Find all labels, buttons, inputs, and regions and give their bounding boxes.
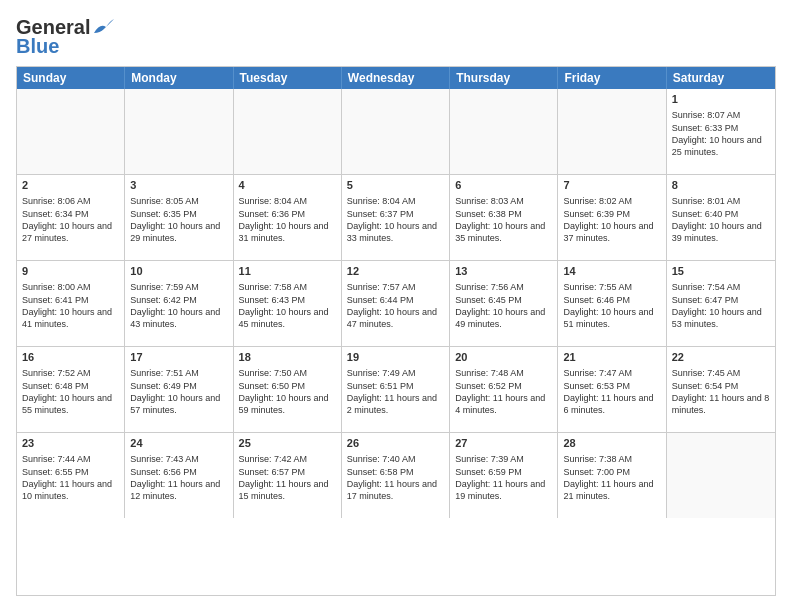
- day-info: Sunrise: 7:58 AM Sunset: 6:43 PM Dayligh…: [239, 281, 336, 330]
- day-info: Sunrise: 7:56 AM Sunset: 6:45 PM Dayligh…: [455, 281, 552, 330]
- day-number: 21: [563, 350, 660, 365]
- calendar-day-26: 26Sunrise: 7:40 AM Sunset: 6:58 PM Dayli…: [342, 433, 450, 518]
- day-info: Sunrise: 7:44 AM Sunset: 6:55 PM Dayligh…: [22, 453, 119, 502]
- day-info: Sunrise: 7:51 AM Sunset: 6:49 PM Dayligh…: [130, 367, 227, 416]
- day-info: Sunrise: 7:50 AM Sunset: 6:50 PM Dayligh…: [239, 367, 336, 416]
- calendar-day-2: 2Sunrise: 8:06 AM Sunset: 6:34 PM Daylig…: [17, 175, 125, 260]
- day-info: Sunrise: 7:57 AM Sunset: 6:44 PM Dayligh…: [347, 281, 444, 330]
- calendar-day-18: 18Sunrise: 7:50 AM Sunset: 6:50 PM Dayli…: [234, 347, 342, 432]
- day-header-tuesday: Tuesday: [234, 67, 342, 89]
- day-info: Sunrise: 8:04 AM Sunset: 6:37 PM Dayligh…: [347, 195, 444, 244]
- calendar-day-22: 22Sunrise: 7:45 AM Sunset: 6:54 PM Dayli…: [667, 347, 775, 432]
- calendar-day-3: 3Sunrise: 8:05 AM Sunset: 6:35 PM Daylig…: [125, 175, 233, 260]
- calendar-day-11: 11Sunrise: 7:58 AM Sunset: 6:43 PM Dayli…: [234, 261, 342, 346]
- calendar-day-7: 7Sunrise: 8:02 AM Sunset: 6:39 PM Daylig…: [558, 175, 666, 260]
- day-info: Sunrise: 7:47 AM Sunset: 6:53 PM Dayligh…: [563, 367, 660, 416]
- day-number: 3: [130, 178, 227, 193]
- header: General Blue: [16, 16, 776, 58]
- day-number: 10: [130, 264, 227, 279]
- day-header-monday: Monday: [125, 67, 233, 89]
- day-number: 15: [672, 264, 770, 279]
- day-number: 7: [563, 178, 660, 193]
- day-number: 6: [455, 178, 552, 193]
- calendar-empty-cell: [558, 89, 666, 174]
- day-header-thursday: Thursday: [450, 67, 558, 89]
- day-number: 14: [563, 264, 660, 279]
- calendar-day-14: 14Sunrise: 7:55 AM Sunset: 6:46 PM Dayli…: [558, 261, 666, 346]
- calendar-day-12: 12Sunrise: 7:57 AM Sunset: 6:44 PM Dayli…: [342, 261, 450, 346]
- day-header-friday: Friday: [558, 67, 666, 89]
- day-info: Sunrise: 7:39 AM Sunset: 6:59 PM Dayligh…: [455, 453, 552, 502]
- day-info: Sunrise: 7:54 AM Sunset: 6:47 PM Dayligh…: [672, 281, 770, 330]
- calendar-day-19: 19Sunrise: 7:49 AM Sunset: 6:51 PM Dayli…: [342, 347, 450, 432]
- calendar-day-4: 4Sunrise: 8:04 AM Sunset: 6:36 PM Daylig…: [234, 175, 342, 260]
- calendar-day-21: 21Sunrise: 7:47 AM Sunset: 6:53 PM Dayli…: [558, 347, 666, 432]
- calendar-day-16: 16Sunrise: 7:52 AM Sunset: 6:48 PM Dayli…: [17, 347, 125, 432]
- day-number: 17: [130, 350, 227, 365]
- calendar-week-1: 1Sunrise: 8:07 AM Sunset: 6:33 PM Daylig…: [17, 89, 775, 175]
- day-info: Sunrise: 8:07 AM Sunset: 6:33 PM Dayligh…: [672, 109, 770, 158]
- calendar: SundayMondayTuesdayWednesdayThursdayFrid…: [16, 66, 776, 596]
- calendar-day-15: 15Sunrise: 7:54 AM Sunset: 6:47 PM Dayli…: [667, 261, 775, 346]
- day-info: Sunrise: 8:03 AM Sunset: 6:38 PM Dayligh…: [455, 195, 552, 244]
- day-number: 11: [239, 264, 336, 279]
- day-header-sunday: Sunday: [17, 67, 125, 89]
- day-info: Sunrise: 7:55 AM Sunset: 6:46 PM Dayligh…: [563, 281, 660, 330]
- day-number: 12: [347, 264, 444, 279]
- day-info: Sunrise: 7:38 AM Sunset: 7:00 PM Dayligh…: [563, 453, 660, 502]
- day-info: Sunrise: 7:45 AM Sunset: 6:54 PM Dayligh…: [672, 367, 770, 416]
- calendar-empty-cell: [450, 89, 558, 174]
- day-number: 19: [347, 350, 444, 365]
- day-header-wednesday: Wednesday: [342, 67, 450, 89]
- day-info: Sunrise: 7:49 AM Sunset: 6:51 PM Dayligh…: [347, 367, 444, 416]
- day-info: Sunrise: 7:59 AM Sunset: 6:42 PM Dayligh…: [130, 281, 227, 330]
- day-number: 24: [130, 436, 227, 451]
- day-info: Sunrise: 7:43 AM Sunset: 6:56 PM Dayligh…: [130, 453, 227, 502]
- day-info: Sunrise: 8:02 AM Sunset: 6:39 PM Dayligh…: [563, 195, 660, 244]
- day-info: Sunrise: 8:00 AM Sunset: 6:41 PM Dayligh…: [22, 281, 119, 330]
- calendar-day-23: 23Sunrise: 7:44 AM Sunset: 6:55 PM Dayli…: [17, 433, 125, 518]
- logo-bird-icon: [92, 19, 114, 37]
- logo: General Blue: [16, 16, 114, 58]
- calendar-day-1: 1Sunrise: 8:07 AM Sunset: 6:33 PM Daylig…: [667, 89, 775, 174]
- calendar-day-10: 10Sunrise: 7:59 AM Sunset: 6:42 PM Dayli…: [125, 261, 233, 346]
- calendar-week-4: 16Sunrise: 7:52 AM Sunset: 6:48 PM Dayli…: [17, 347, 775, 433]
- day-number: 2: [22, 178, 119, 193]
- calendar-week-5: 23Sunrise: 7:44 AM Sunset: 6:55 PM Dayli…: [17, 433, 775, 518]
- day-info: Sunrise: 7:42 AM Sunset: 6:57 PM Dayligh…: [239, 453, 336, 502]
- calendar-day-28: 28Sunrise: 7:38 AM Sunset: 7:00 PM Dayli…: [558, 433, 666, 518]
- calendar-body: 1Sunrise: 8:07 AM Sunset: 6:33 PM Daylig…: [17, 89, 775, 518]
- calendar-day-6: 6Sunrise: 8:03 AM Sunset: 6:38 PM Daylig…: [450, 175, 558, 260]
- day-info: Sunrise: 8:06 AM Sunset: 6:34 PM Dayligh…: [22, 195, 119, 244]
- calendar-day-17: 17Sunrise: 7:51 AM Sunset: 6:49 PM Dayli…: [125, 347, 233, 432]
- calendar-empty-cell: [667, 433, 775, 518]
- calendar-day-27: 27Sunrise: 7:39 AM Sunset: 6:59 PM Dayli…: [450, 433, 558, 518]
- calendar-empty-cell: [234, 89, 342, 174]
- day-number: 8: [672, 178, 770, 193]
- page: General Blue SundayMondayTuesdayWednesda…: [0, 0, 792, 612]
- day-number: 4: [239, 178, 336, 193]
- day-number: 20: [455, 350, 552, 365]
- day-number: 5: [347, 178, 444, 193]
- calendar-day-9: 9Sunrise: 8:00 AM Sunset: 6:41 PM Daylig…: [17, 261, 125, 346]
- day-number: 13: [455, 264, 552, 279]
- day-number: 28: [563, 436, 660, 451]
- calendar-week-2: 2Sunrise: 8:06 AM Sunset: 6:34 PM Daylig…: [17, 175, 775, 261]
- logo-blue-text: Blue: [16, 35, 59, 58]
- day-info: Sunrise: 7:52 AM Sunset: 6:48 PM Dayligh…: [22, 367, 119, 416]
- day-number: 9: [22, 264, 119, 279]
- calendar-header: SundayMondayTuesdayWednesdayThursdayFrid…: [17, 67, 775, 89]
- day-number: 1: [672, 92, 770, 107]
- day-info: Sunrise: 8:01 AM Sunset: 6:40 PM Dayligh…: [672, 195, 770, 244]
- day-number: 22: [672, 350, 770, 365]
- calendar-day-25: 25Sunrise: 7:42 AM Sunset: 6:57 PM Dayli…: [234, 433, 342, 518]
- calendar-day-13: 13Sunrise: 7:56 AM Sunset: 6:45 PM Dayli…: [450, 261, 558, 346]
- day-header-saturday: Saturday: [667, 67, 775, 89]
- calendar-day-5: 5Sunrise: 8:04 AM Sunset: 6:37 PM Daylig…: [342, 175, 450, 260]
- calendar-day-20: 20Sunrise: 7:48 AM Sunset: 6:52 PM Dayli…: [450, 347, 558, 432]
- calendar-empty-cell: [125, 89, 233, 174]
- day-number: 26: [347, 436, 444, 451]
- calendar-day-24: 24Sunrise: 7:43 AM Sunset: 6:56 PM Dayli…: [125, 433, 233, 518]
- day-number: 27: [455, 436, 552, 451]
- calendar-week-3: 9Sunrise: 8:00 AM Sunset: 6:41 PM Daylig…: [17, 261, 775, 347]
